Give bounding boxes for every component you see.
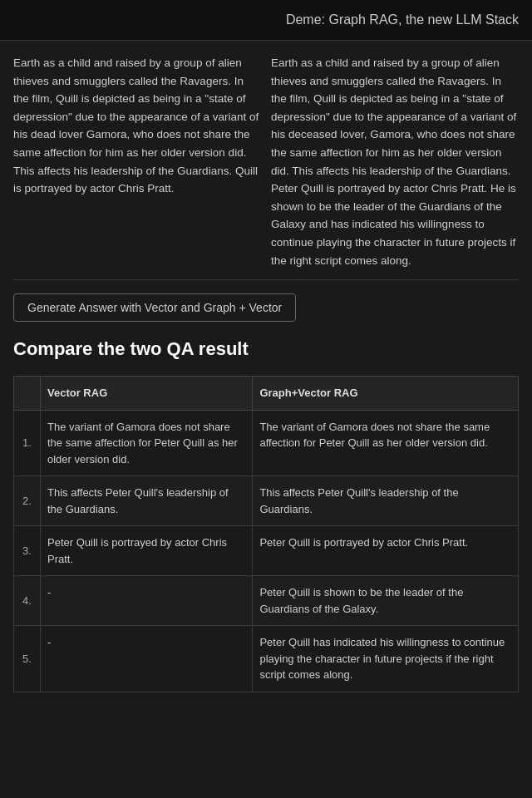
table-row: 3.Peter Quill is portrayed by actor Chri… [14,526,519,576]
table-row: 2.This affects Peter Quill's leadership … [14,476,519,526]
right-column: Earth as a child and raised by a group o… [271,54,519,269]
compare-section-title: Compare the two QA result [13,335,519,362]
left-column: Earth as a child and raised by a group o… [13,54,261,269]
row-number: 4. [14,576,41,626]
app-header: Deme: Graph RAG, the new LLM Stack [0,0,532,41]
header-title: Deme: Graph RAG, the new LLM Stack [286,12,519,27]
vector-rag-cell: This affects Peter Quill's leadership of… [41,476,253,526]
left-column-text: Earth as a child and raised by a group o… [13,54,261,198]
row-number: 3. [14,526,41,576]
graph-vector-rag-cell: Peter Quill has indicated his willingnes… [253,626,519,692]
table-row: 4.-Peter Quill is shown to be the leader… [14,576,519,626]
main-content: Earth as a child and raised by a group o… [0,41,532,692]
vector-rag-cell: Peter Quill is portrayed by actor Chris … [41,526,253,576]
right-column-text: Earth as a child and raised by a group o… [271,54,519,269]
generate-answer-button[interactable]: Generate Answer with Vector and Graph + … [13,293,296,322]
row-number: 1. [14,410,41,476]
table-header-row: Vector RAG Graph+Vector RAG [14,377,519,411]
vector-rag-cell: - [41,576,253,626]
graph-vector-rag-cell: The variant of Gamora does not share the… [253,410,519,476]
row-number: 5. [14,626,41,692]
graph-vector-rag-cell: Peter Quill is shown to be the leader of… [253,576,519,626]
table-row: 1.The variant of Gamora does not share t… [14,410,519,476]
table-row: 5.-Peter Quill has indicated his willing… [14,626,519,692]
table-header-vector: Vector RAG [41,377,253,411]
vector-rag-cell: The variant of Gamora does not share the… [41,410,253,476]
compare-table: Vector RAG Graph+Vector RAG 1.The varian… [13,376,519,692]
row-number: 2. [14,476,41,526]
generate-btn-area: Generate Answer with Vector and Graph + … [13,280,519,335]
vector-rag-cell: - [41,626,253,692]
table-header-num [14,377,41,411]
two-column-section: Earth as a child and raised by a group o… [13,41,519,280]
graph-vector-rag-cell: Peter Quill is portrayed by actor Chris … [253,526,519,576]
graph-vector-rag-cell: This affects Peter Quill's leadership of… [253,476,519,526]
table-header-graph-vector: Graph+Vector RAG [253,377,519,411]
